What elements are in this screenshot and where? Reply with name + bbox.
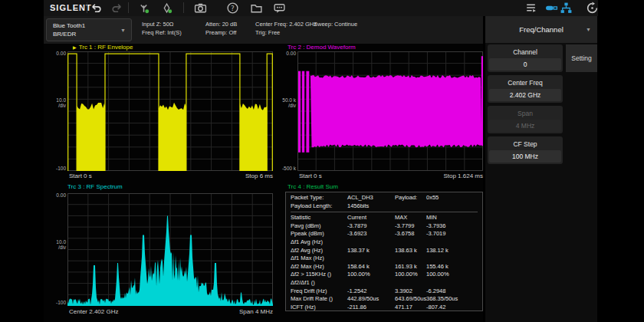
softkey-value: 0 <box>489 58 561 71</box>
trc3-x-span: Span 4 MHz <box>197 308 273 315</box>
menu-dropdown[interactable]: Freq/Channel ▼ <box>485 16 597 43</box>
softkey-label: Channel <box>489 46 561 58</box>
demod-waveform-plot <box>297 51 483 171</box>
result-table-cell: -3.6758 <box>395 230 426 238</box>
result-table-cell: Max Drift Rate () <box>291 295 347 304</box>
menu-title: Freq/Channel <box>485 16 597 43</box>
control-bar: Blue Tooth1 BR/EDR ▼ Input Z: 50ΩFreq Re… <box>44 16 483 44</box>
result-table-cell: 1456bits <box>347 202 395 211</box>
softkey-sidebar: Freq/Channel ▼ Channel0Center Freq2.402 … <box>485 16 597 322</box>
softkey-cf-step[interactable]: CF Step100 MHz <box>488 136 563 164</box>
result-table-cell: Current <box>347 214 395 222</box>
top-toolbar: SIGLENT ? <box>44 0 598 16</box>
message-icon[interactable] <box>273 2 286 15</box>
trc1-title: ▶Trc 1 : RF Envelope <box>73 44 133 51</box>
trc4-title: Trc 4 : Result Sum <box>288 183 338 190</box>
trc1-scale-label: 10.0/div <box>48 97 66 108</box>
result-sum-table: Packet Type:ACL_DH3Payload:0x55Payload L… <box>285 192 483 311</box>
trc2-x-start: Start 0 s <box>299 172 322 179</box>
graticule-area: ▶Trc 1 : RF Envelope 0.00 10.0/div -100 … <box>44 44 483 322</box>
measure-mode-dropdown[interactable]: Blue Tooth1 BR/EDR ▼ <box>46 18 132 41</box>
result-table-cell <box>395 255 426 263</box>
result-table-cell: MIN <box>426 214 482 222</box>
softkey-value: 4 MHz <box>489 120 561 132</box>
trc2-x-stop: Stop 1.624 ms <box>404 172 483 179</box>
antenna-b-icon[interactable] <box>160 2 173 15</box>
result-table-row: Δf1 Max (Hz) <box>291 255 482 263</box>
trc2-scale-label: 50.0 k/div <box>275 97 296 108</box>
trc1-bottom-level: -100 <box>50 166 66 171</box>
result-table-cell <box>347 279 395 288</box>
result-table-cell <box>426 255 482 263</box>
folder-icon[interactable] <box>250 2 263 15</box>
result-table-cell <box>426 238 482 247</box>
antenna-a-icon[interactable] <box>137 2 150 15</box>
table-divider <box>291 212 478 212</box>
softkey-span: Span4 MHz <box>488 106 563 133</box>
softkey-center-freq[interactable]: Center Freq2.402 GHz <box>488 75 563 103</box>
divider <box>87 2 87 13</box>
softkey-value: 100 MHz <box>489 150 561 163</box>
trc2-title: Trc 2 : Demod Waveform <box>288 44 356 51</box>
result-table-cell: Packet Type: <box>291 194 347 202</box>
result-table-cell: 368.35/50us <box>426 295 482 304</box>
undo-icon[interactable] <box>90 2 103 15</box>
result-table-row: ICFT (Hz)-211.86471.17-807.42 <box>291 304 482 311</box>
result-table-cell: Δf1 Avg (Hz) <box>291 238 347 247</box>
result-table-cell <box>426 202 482 211</box>
freq-trig-field: Center Freq: 2.402 GHzTrig: Free <box>255 20 317 37</box>
chevron-down-icon: ▼ <box>586 27 591 32</box>
result-table-row: Δf1 Avg (Hz) <box>291 238 482 247</box>
result-table-cell: Payload Length: <box>291 202 347 211</box>
usb-icon[interactable] <box>545 2 558 15</box>
result-table-cell: -1.2542 <box>347 288 395 296</box>
history-icon[interactable] <box>586 2 599 15</box>
result-table-cell: 471.17 <box>395 304 426 311</box>
result-table-cell: -3.7799 <box>395 222 426 231</box>
screenshot-camera-icon[interactable] <box>194 2 207 15</box>
measure-mode-label: Blue Tooth1 BR/EDR <box>53 21 85 38</box>
redo-icon[interactable] <box>110 2 123 15</box>
result-table-cell: -211.86 <box>347 304 395 311</box>
result-table-cell: Δf1 Max (Hz) <box>291 255 347 263</box>
result-table-cell: -6.2948 <box>426 288 482 296</box>
softkey-list: Channel0Center Freq2.402 GHzSpan4 MHzCF … <box>488 44 563 167</box>
result-table-row: StatisticCurrentMAXMIN <box>291 214 482 222</box>
atten-settings-field: Atten: 20 dBPreamp: Off <box>205 20 237 37</box>
divider <box>128 2 129 13</box>
trc1-x-start: Start 0 s <box>69 172 92 179</box>
result-table-row: Max Drift Rate ()442.89/50us643.69/50us3… <box>291 295 482 304</box>
result-table-cell: ICFT (Hz) <box>291 304 347 311</box>
siglent-logo: SIGLENT <box>50 3 92 12</box>
trc1-x-stop: Stop 6 ms <box>197 172 273 179</box>
result-table-cell: -3.7879 <box>347 222 395 231</box>
divider <box>183 2 184 13</box>
result-table-row: Δf2/Δf1 () <box>291 279 482 288</box>
trc3-ref-level: 0.00 <box>50 192 66 198</box>
softkey-value: 2.402 GHz <box>489 89 561 101</box>
softkey-label: CF Step <box>489 138 561 150</box>
result-table-cell <box>395 202 426 211</box>
help-icon[interactable]: ? <box>226 2 239 15</box>
trc3-x-center: Center 2.402 GHz <box>69 308 118 315</box>
analyzer-screen: SIGLENT ? <box>0 0 644 322</box>
trace-marker-icon: ▶ <box>73 45 77 50</box>
trc3-title: Trc 3 : RF Spectrum <box>67 183 123 190</box>
result-table-cell: Payload: <box>395 194 426 202</box>
task-list-icon[interactable] <box>524 2 537 15</box>
tab-setting[interactable]: Setting <box>566 44 597 72</box>
lan-network-icon[interactable] <box>560 2 573 15</box>
result-table-cell: -807.42 <box>426 304 482 311</box>
rf-envelope-plot <box>67 51 273 171</box>
softkey-label: Center Freq <box>489 77 561 89</box>
result-table-cell: -3.7936 <box>426 222 482 231</box>
result-table-row: Ppeak (dBm)-3.6923-3.6758-3.7019 <box>291 230 482 238</box>
result-table-cell: Ppeak (dBm) <box>291 230 347 238</box>
result-table-cell: 138.12 k <box>426 247 482 255</box>
result-table-cell: MAX <box>395 214 426 222</box>
result-table-cell: ACL_DH3 <box>347 194 395 202</box>
result-table-cell <box>347 238 395 247</box>
softkey-label: Span <box>489 107 561 120</box>
svg-text:?: ? <box>231 5 235 12</box>
softkey-channel[interactable]: Channel0 <box>488 44 563 72</box>
